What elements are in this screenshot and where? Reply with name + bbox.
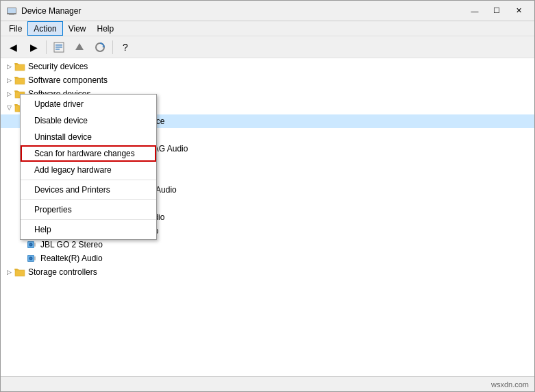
tree-icon-jbl-go2-stereo	[27, 239, 38, 250]
tree-expander-storage-controllers[interactable]: ▷	[3, 267, 14, 278]
dropdown-item-update-driver[interactable]: Update driver	[21, 96, 156, 112]
tree-expander-security-devices[interactable]: ▷	[3, 61, 14, 72]
tree-item-security-devices[interactable]: ▷ Security devices	[1, 60, 534, 73]
tree-item-software-components[interactable]: ▷ Software components	[1, 73, 534, 87]
svg-rect-75	[34, 243, 36, 247]
svg-rect-5	[55, 47, 62, 48]
tree-expander-realtek-audio	[16, 253, 27, 264]
tree-expander-sound-video[interactable]: ▽	[3, 102, 14, 113]
svg-point-79	[30, 258, 32, 259]
scan-button[interactable]	[90, 39, 110, 56]
maximize-button[interactable]: ☐	[486, 4, 507, 18]
tree-label-realtek-audio: Realtek(R) Audio	[40, 254, 103, 263]
svg-marker-7	[75, 43, 84, 50]
svg-point-74	[30, 244, 32, 245]
dropdown-item-scan-hardware[interactable]: Scan for hardware changes	[21, 145, 156, 162]
tree-icon-realtek-audio	[27, 253, 38, 264]
dropdown-separator-7	[21, 199, 156, 200]
svg-rect-4	[55, 45, 62, 46]
forward-button[interactable]: ▶	[24, 39, 43, 56]
svg-rect-84	[14, 269, 18, 270]
tree-item-jbl-go2-stereo[interactable]: JBL GO 2 Stereo	[1, 238, 534, 252]
menu-help[interactable]: Help	[92, 21, 120, 36]
device-manager-window: Device Manager — ☐ ✕ File Action View He…	[0, 0, 535, 392]
svg-rect-2	[9, 14, 14, 15]
tree-icon-software-components	[14, 75, 25, 86]
window-controls: — ☐ ✕	[464, 4, 529, 18]
update-driver-button[interactable]	[70, 39, 89, 56]
toolbar: ◀ ▶ ?	[1, 36, 534, 58]
dropdown-item-devices-printers[interactable]: Devices and Printers	[21, 182, 156, 198]
window-title: Device Manager	[21, 6, 464, 16]
close-button[interactable]: ✕	[508, 4, 529, 18]
menu-view[interactable]: View	[63, 21, 92, 36]
menu-action[interactable]: Action	[27, 21, 62, 36]
toolbar-separator-2	[112, 40, 113, 54]
properties-button[interactable]	[49, 39, 69, 56]
minimize-button[interactable]: —	[464, 4, 485, 18]
svg-rect-1	[8, 8, 16, 13]
tree-icon-storage-controllers	[14, 267, 25, 278]
svg-rect-17	[14, 77, 18, 78]
tree-expander-software-devices[interactable]: ▷	[3, 88, 14, 99]
dropdown-item-disable-device[interactable]: Disable device	[21, 112, 156, 129]
svg-rect-21	[14, 90, 18, 92]
action-dropdown-menu: Update driverDisable deviceUninstall dev…	[20, 94, 157, 240]
tree-label-jbl-go2-stereo: JBL GO 2 Stereo	[40, 240, 103, 249]
toolbar-separator-1	[46, 40, 47, 54]
dropdown-separator-9	[21, 219, 156, 220]
tree-label-software-components: Software components	[28, 75, 108, 85]
dropdown-item-properties[interactable]: Properties	[21, 201, 156, 218]
tree-item-realtek-audio[interactable]: Realtek(R) Audio	[1, 252, 534, 265]
statusbar-watermark: wsxdn.com	[491, 380, 529, 389]
tree-label-storage-controllers: Storage controllers	[28, 267, 97, 277]
svg-rect-25	[14, 104, 18, 106]
main-content: ▷ Security devices▷ Software components▷…	[1, 58, 534, 376]
dropdown-item-help[interactable]: Help	[21, 221, 156, 238]
tree-label-security-devices: Security devices	[28, 62, 88, 71]
dropdown-item-uninstall-device[interactable]: Uninstall device	[21, 129, 156, 145]
statusbar: wsxdn.com	[1, 376, 534, 391]
tree-expander-software-components[interactable]: ▷	[3, 75, 14, 86]
window-icon	[6, 5, 17, 16]
svg-rect-80	[34, 256, 36, 260]
tree-icon-security-devices	[14, 61, 25, 72]
svg-rect-13	[14, 63, 18, 64]
titlebar: Device Manager — ☐ ✕	[1, 1, 534, 21]
tree-expander-jbl-go2-stereo	[16, 239, 27, 250]
svg-rect-6	[55, 49, 60, 50]
menubar: File Action View Help	[1, 21, 534, 36]
back-button[interactable]: ◀	[3, 39, 23, 56]
dropdown-item-add-legacy[interactable]: Add legacy hardware	[21, 162, 156, 178]
help-toolbar-button[interactable]: ?	[116, 39, 135, 56]
dropdown-separator-5	[21, 180, 156, 180]
menu-file[interactable]: File	[3, 21, 27, 36]
tree-item-storage-controllers[interactable]: ▷ Storage controllers	[1, 265, 534, 279]
